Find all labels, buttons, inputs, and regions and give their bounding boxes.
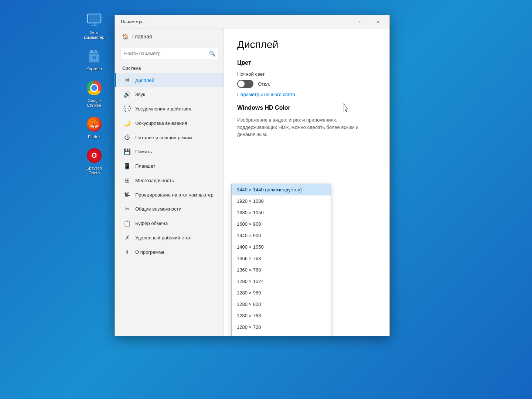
sidebar-item-focus[interactable]: 🌙 Фокусировка внимания — [115, 116, 224, 130]
sidebar-item-about-label: О программе — [135, 249, 165, 255]
sidebar-item-tablet-label: Планшет — [135, 163, 156, 169]
accessibility-icon: ✂ — [123, 205, 131, 212]
multitask-icon: ⊞ — [123, 177, 131, 184]
home-icon: 🏠 — [122, 34, 129, 40]
sidebar-item-sound-label: Звук — [135, 92, 145, 97]
sidebar-item-memory-label: Память — [135, 149, 152, 154]
sidebar-item-multitask[interactable]: ⊞ Многозадачность — [115, 173, 224, 188]
sidebar-item-accessibility[interactable]: ✂ Общие возможности — [115, 202, 224, 216]
sidebar-item-multitask-label: Многозадачность — [135, 178, 174, 183]
minimize-button[interactable]: — — [335, 16, 352, 28]
power-icon: ⏻ — [123, 134, 131, 141]
clipboard-icon: 📋 — [123, 220, 131, 227]
search-icon: 🔍 — [209, 51, 215, 57]
night-light-status: Откл. — [258, 81, 270, 87]
sidebar-item-clipboard[interactable]: 📋 Буфер обмена — [115, 216, 224, 231]
desktop-icon-chrome[interactable]: GoogleChrome — [81, 79, 107, 108]
dropdown-item-5[interactable]: 1400 × 1050 — [232, 241, 331, 253]
dropdown-item-1[interactable]: 1920 × 1080 — [232, 195, 331, 207]
dropdown-item-0[interactable]: 3440 × 1440 (рекомендуется) — [232, 184, 331, 195]
window-controls: — □ ✕ — [335, 16, 386, 28]
dropdown-item-12[interactable]: 1280 × 720 — [232, 321, 331, 333]
recycle-icon-label: Корзина — [86, 66, 102, 71]
sidebar-item-power-label: Питание и спящий режим — [135, 135, 192, 140]
sidebar-item-power[interactable]: ⏻ Питание и спящий режим — [115, 130, 224, 144]
desktop-icon-recycle[interactable]: ♻ Корзина — [81, 47, 107, 71]
sidebar-search-container: 🔍 — [120, 48, 218, 59]
opera-icon-label: БраузерOpera — [86, 166, 102, 175]
sidebar-item-sound[interactable]: 🔊 Звук — [115, 87, 224, 102]
search-input[interactable] — [120, 48, 218, 59]
svg-text:♻: ♻ — [92, 55, 97, 61]
dropdown-item-9[interactable]: 1280 × 960 — [232, 287, 331, 299]
window-title: Параметры — [121, 19, 144, 24]
sidebar-item-display-label: Дисплей — [135, 78, 154, 83]
hd-color-section-title: Windows HD Color — [237, 105, 376, 111]
maximize-button[interactable]: □ — [352, 16, 369, 28]
sidebar-item-clipboard-label: Буфер обмена — [135, 221, 168, 226]
desktop-icon-firefox[interactable]: 🦊 Firefox — [81, 115, 107, 139]
sidebar-item-tablet[interactable]: 📱 Планшет — [115, 159, 224, 173]
projection-icon: 📽 — [123, 191, 131, 198]
opera-icon: O — [85, 147, 103, 164]
chrome-icon — [85, 79, 103, 97]
window-titlebar: Параметры — □ ✕ — [115, 15, 389, 28]
toggle-knob — [238, 81, 245, 87]
page-title: Дисплей — [237, 39, 376, 51]
sidebar-item-notifications-label: Уведомления и действия — [135, 106, 191, 112]
settings-sidebar: 🏠 Главная 🔍 Система 🖥 Дисплей 🔊 Звук — [115, 28, 224, 336]
home-label: Главная — [132, 34, 152, 40]
dropdown-item-11[interactable]: 1280 × 768 — [232, 310, 331, 321]
firefox-icon-label: Firefox — [88, 134, 100, 139]
computer-icon — [85, 11, 103, 29]
dropdown-item-4[interactable]: 1440 × 900 — [232, 230, 331, 241]
sidebar-section-title: Система — [115, 62, 224, 73]
night-light-toggle-row: Откл. — [237, 80, 376, 88]
sidebar-item-projection[interactable]: 📽 Проецирование на этот компьютер — [115, 188, 224, 202]
night-light-label: Ночной свет — [237, 71, 376, 77]
sidebar-item-notifications[interactable]: 💬 Уведомления и действия — [115, 102, 224, 116]
display-icon: 🖥 — [123, 77, 131, 83]
sidebar-item-focus-label: Фокусировка внимания — [135, 120, 187, 126]
dropdown-item-8[interactable]: 1280 × 1024 — [232, 276, 331, 287]
sidebar-item-remote-label: Удаленный рабочий стол — [135, 235, 191, 241]
sidebar-item-projection-label: Проецирование на этот компьютер — [135, 192, 214, 198]
dropdown-item-3[interactable]: 1600 × 900 — [232, 218, 331, 230]
sidebar-item-about[interactable]: ℹ О программе — [115, 245, 224, 259]
desktop-icon-opera[interactable]: O БраузерOpera — [81, 147, 107, 175]
memory-icon: 💾 — [123, 148, 131, 155]
sidebar-item-memory[interactable]: 💾 Память — [115, 144, 224, 159]
remote-desktop-icon: ✗ — [123, 234, 131, 241]
sound-icon: 🔊 — [123, 91, 131, 98]
desktop-icons: Этот компьютер ♻ Корзина GoogleChrome 🦊 — [81, 11, 107, 176]
settings-main: Дисплей Цвет Ночной свет Откл. Параметры… — [224, 28, 389, 336]
svg-rect-3 — [89, 15, 100, 22]
sidebar-home-button[interactable]: 🏠 Главная — [115, 28, 224, 45]
settings-window: Параметры — □ ✕ 🏠 Главная 🔍 Система — [115, 15, 390, 336]
focus-icon: 🌙 — [123, 120, 131, 127]
tablet-icon: 📱 — [123, 163, 131, 170]
resolution-dropdown[interactable]: 3440 × 1440 (рекомендуется) 1920 × 1080 … — [231, 184, 331, 336]
night-light-toggle[interactable] — [237, 80, 253, 88]
hd-color-description: Изображение в видео, играх и приложениях… — [237, 116, 376, 138]
about-icon: ℹ — [123, 249, 131, 256]
chrome-icon-label: GoogleChrome — [87, 98, 101, 108]
sidebar-item-display[interactable]: 🖥 Дисплей — [115, 73, 224, 87]
close-button[interactable]: ✕ — [369, 16, 386, 28]
dropdown-item-7[interactable]: 1360 × 768 — [232, 264, 331, 276]
dropdown-item-2[interactable]: 1680 × 1050 — [232, 207, 331, 218]
recycle-icon: ♻ — [85, 47, 103, 65]
desktop-icon-computer[interactable]: Этот компьютер — [81, 11, 107, 40]
sidebar-item-remote-desktop[interactable]: ✗ Удаленный рабочий стол — [115, 231, 224, 245]
sidebar-item-accessibility-label: Общие возможности — [135, 206, 181, 212]
window-body: 🏠 Главная 🔍 Система 🖥 Дисплей 🔊 Звук — [115, 28, 389, 336]
dropdown-item-10[interactable]: 1280 × 800 — [232, 299, 331, 310]
dropdown-item-6[interactable]: 1366 × 768 — [232, 253, 331, 264]
computer-icon-label: Этот компьютер — [81, 30, 107, 40]
dropdown-item-13[interactable]: 1280 × 600 — [232, 333, 331, 336]
desktop: Этот компьютер ♻ Корзина GoogleChrome 🦊 — [0, 0, 532, 399]
notifications-icon: 💬 — [123, 105, 131, 112]
color-section-title: Цвет — [237, 59, 376, 66]
night-light-settings-link[interactable]: Параметры ночного света — [237, 92, 295, 97]
firefox-icon: 🦊 — [85, 115, 103, 133]
